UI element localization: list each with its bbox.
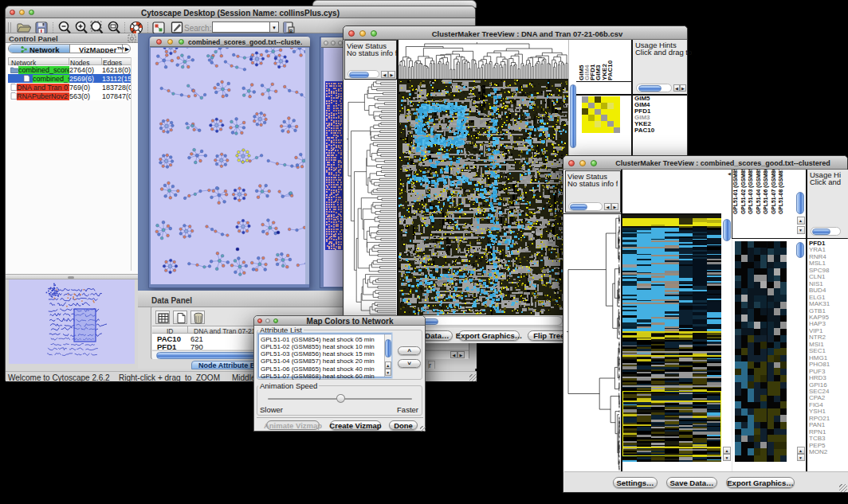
svg-text:GPL51-08 (GSM872): GPL51-08 (GSM872) bbox=[778, 170, 784, 214]
svg-text:GPL51-04 (GSM857): GPL51-04 (GSM857) bbox=[756, 170, 762, 214]
svg-text:GPL51-01 (GSM854): GPL51-01 (GSM854) bbox=[732, 170, 739, 214]
svg-text:GPL51-03 (GSM856): GPL51-03 (GSM856) bbox=[748, 170, 754, 214]
svg-text:B: B bbox=[289, 29, 293, 33]
svg-text:GPL51-07 (GSM868): GPL51-07 (GSM868) bbox=[771, 170, 777, 214]
svg-text:GPL51-06 (GSM865): GPL51-06 (GSM865) bbox=[763, 170, 769, 214]
svg-text:PAC10: PAC10 bbox=[607, 60, 614, 80]
svg-text:GPL51-02 (GSM855): GPL51-02 (GSM855) bbox=[740, 170, 747, 214]
